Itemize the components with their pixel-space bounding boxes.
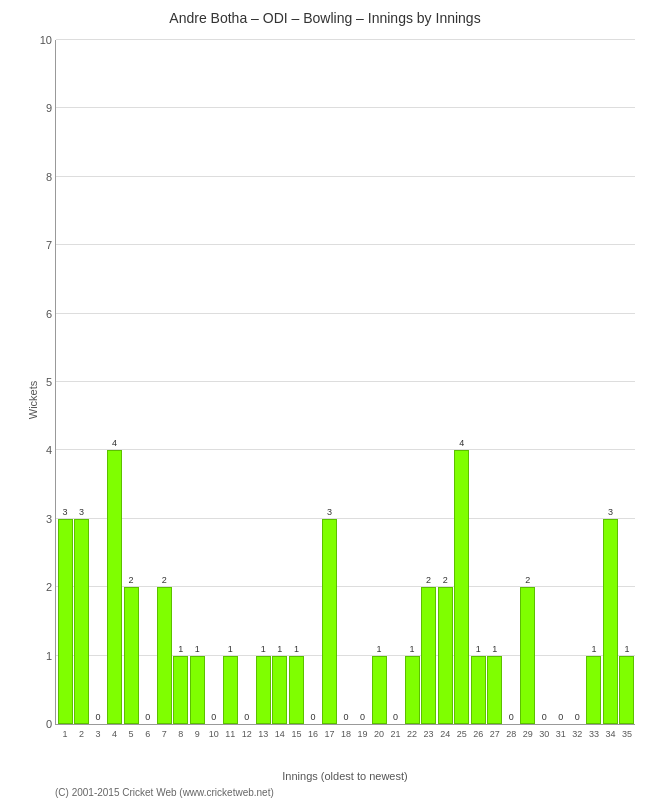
bar-value-3: 0 — [96, 712, 101, 722]
bar-innings-20 — [372, 656, 387, 725]
bar-group-innings-30: 030 — [537, 723, 552, 724]
bar-value-16: 0 — [310, 712, 315, 722]
bar-innings-31 — [553, 723, 568, 724]
x-label-35: 35 — [622, 729, 632, 739]
grid-line-6 — [56, 313, 635, 314]
bar-group-innings-16: 016 — [305, 723, 320, 724]
x-label-10: 10 — [209, 729, 219, 739]
bar-value-11: 1 — [228, 644, 233, 654]
x-label-25: 25 — [457, 729, 467, 739]
y-label-10: 10 — [40, 35, 52, 46]
bar-innings-26 — [471, 656, 486, 725]
y-label-2: 2 — [46, 582, 52, 593]
bar-value-24: 2 — [443, 575, 448, 585]
bar-innings-2 — [74, 519, 89, 725]
bar-group-innings-3: 03 — [91, 723, 106, 724]
bar-innings-29 — [520, 587, 535, 724]
x-label-1: 1 — [63, 729, 68, 739]
grid-line-10 — [56, 39, 635, 40]
bar-group-innings-35: 135 — [619, 656, 634, 725]
x-label-5: 5 — [129, 729, 134, 739]
bar-value-17: 3 — [327, 507, 332, 517]
y-label-4: 4 — [46, 445, 52, 456]
bar-innings-33 — [586, 656, 601, 725]
bar-value-4: 4 — [112, 438, 117, 448]
bar-value-25: 4 — [459, 438, 464, 448]
grid-line-2 — [56, 586, 635, 587]
bar-value-35: 1 — [624, 644, 629, 654]
chart-area: 0123456789103132034425062718190101110121… — [55, 40, 635, 725]
bar-value-34: 3 — [608, 507, 613, 517]
chart-title: Andre Botha – ODI – Bowling – Innings by… — [0, 0, 650, 31]
bar-innings-13 — [256, 656, 271, 725]
bar-group-innings-25: 425 — [454, 450, 469, 724]
grid-line-3 — [56, 518, 635, 519]
chart-container: Andre Botha – ODI – Bowling – Innings by… — [0, 0, 650, 800]
bar-innings-12 — [239, 723, 254, 724]
y-label-8: 8 — [46, 172, 52, 183]
bar-group-innings-31: 031 — [553, 723, 568, 724]
x-label-31: 31 — [556, 729, 566, 739]
bar-innings-5 — [124, 587, 139, 724]
bar-innings-22 — [405, 656, 420, 725]
bar-value-2: 3 — [79, 507, 84, 517]
bar-innings-30 — [537, 723, 552, 724]
bar-innings-4 — [107, 450, 122, 724]
bar-value-14: 1 — [277, 644, 282, 654]
x-label-19: 19 — [358, 729, 368, 739]
x-label-27: 27 — [490, 729, 500, 739]
bar-value-22: 1 — [410, 644, 415, 654]
bar-group-innings-27: 127 — [487, 656, 502, 725]
bar-innings-15 — [289, 656, 304, 725]
bar-group-innings-1: 31 — [58, 519, 73, 725]
bar-value-30: 0 — [542, 712, 547, 722]
bar-group-innings-20: 120 — [372, 656, 387, 725]
y-label-5: 5 — [46, 377, 52, 388]
bar-group-innings-34: 334 — [603, 519, 618, 725]
bar-value-28: 0 — [509, 712, 514, 722]
bar-innings-17 — [322, 519, 337, 725]
bar-value-6: 0 — [145, 712, 150, 722]
bar-group-innings-6: 06 — [140, 723, 155, 724]
bar-innings-28 — [504, 723, 519, 724]
bar-value-32: 0 — [575, 712, 580, 722]
bar-value-20: 1 — [377, 644, 382, 654]
bar-group-innings-24: 224 — [438, 587, 453, 724]
bar-value-27: 1 — [492, 644, 497, 654]
bar-group-innings-4: 44 — [107, 450, 122, 724]
y-label-6: 6 — [46, 309, 52, 320]
bar-group-innings-28: 028 — [504, 723, 519, 724]
bar-group-innings-9: 19 — [190, 656, 205, 725]
bar-value-15: 1 — [294, 644, 299, 654]
bar-group-innings-7: 27 — [157, 587, 172, 724]
bar-innings-1 — [58, 519, 73, 725]
bar-value-29: 2 — [525, 575, 530, 585]
copyright: (C) 2001-2015 Cricket Web (www.cricketwe… — [55, 787, 274, 798]
x-label-33: 33 — [589, 729, 599, 739]
bar-innings-18 — [339, 723, 354, 724]
x-label-26: 26 — [473, 729, 483, 739]
bar-value-13: 1 — [261, 644, 266, 654]
x-label-8: 8 — [178, 729, 183, 739]
bar-value-31: 0 — [558, 712, 563, 722]
bar-value-23: 2 — [426, 575, 431, 585]
x-label-22: 22 — [407, 729, 417, 739]
bar-group-innings-33: 133 — [586, 656, 601, 725]
bar-innings-27 — [487, 656, 502, 725]
grid-line-7 — [56, 244, 635, 245]
grid-line-4 — [56, 449, 635, 450]
x-label-4: 4 — [112, 729, 117, 739]
y-axis-title: Wickets — [27, 381, 39, 420]
bar-innings-9 — [190, 656, 205, 725]
bar-innings-16 — [305, 723, 320, 724]
bar-group-innings-12: 012 — [239, 723, 254, 724]
bar-innings-10 — [206, 723, 221, 724]
bar-innings-21 — [388, 723, 403, 724]
x-label-11: 11 — [225, 729, 235, 739]
bar-innings-6 — [140, 723, 155, 724]
bar-value-12: 0 — [244, 712, 249, 722]
x-label-3: 3 — [96, 729, 101, 739]
bar-innings-8 — [173, 656, 188, 725]
x-label-13: 13 — [258, 729, 268, 739]
x-label-21: 21 — [391, 729, 401, 739]
